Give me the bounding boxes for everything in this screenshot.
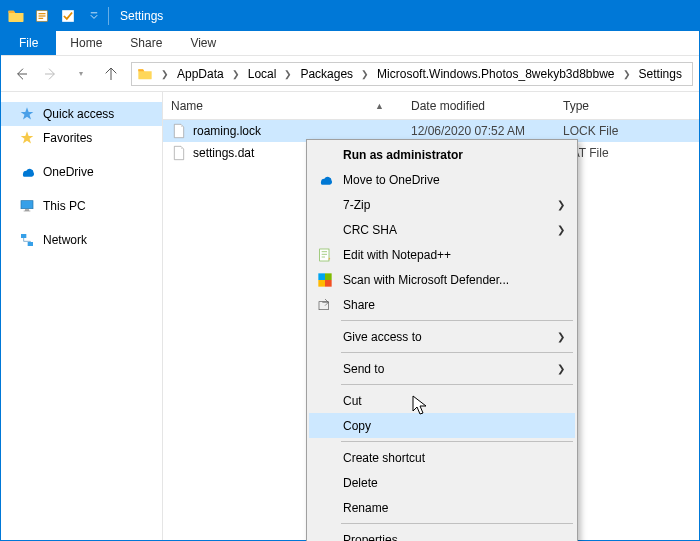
sidebar-item-favorites[interactable]: Favorites — [1, 126, 162, 150]
onedrive-icon — [19, 164, 35, 180]
ctx-label: Move to OneDrive — [343, 173, 440, 187]
ctx-scan-defender[interactable]: Scan with Microsoft Defender... — [309, 267, 575, 292]
ctx-label: 7-Zip — [343, 198, 370, 212]
tab-home[interactable]: Home — [56, 31, 116, 55]
crumb-settings[interactable]: Settings — [634, 63, 687, 85]
chevron-right-icon[interactable]: ❯ — [158, 69, 172, 79]
svg-rect-5 — [21, 201, 33, 209]
ctx-run-as-admin[interactable]: Run as administrator — [309, 142, 575, 167]
context-menu: Run as administrator Move to OneDrive 7-… — [306, 139, 578, 541]
recent-locations-button[interactable]: ▾ — [67, 60, 95, 88]
file-date: 12/06/2020 07:52 AM — [403, 124, 555, 138]
tab-file[interactable]: File — [1, 31, 56, 55]
crumb-local[interactable]: Local — [243, 63, 282, 85]
tab-share[interactable]: Share — [116, 31, 176, 55]
column-label: Name — [171, 99, 203, 113]
ctx-delete[interactable]: Delete — [309, 470, 575, 495]
file-icon — [171, 123, 187, 139]
ctx-label: Rename — [343, 501, 388, 515]
separator — [341, 441, 573, 442]
navbar: ▾ ❯ AppData ❯ Local ❯ Packages ❯ Microso… — [1, 56, 699, 92]
ctx-rename[interactable]: Rename — [309, 495, 575, 520]
sidebar-item-label: OneDrive — [43, 165, 94, 179]
chevron-right-icon: ❯ — [557, 363, 565, 374]
separator — [341, 320, 573, 321]
column-headers: Name ▲ Date modified Type — [163, 92, 699, 120]
breadcrumb[interactable]: ❯ AppData ❯ Local ❯ Packages ❯ Microsoft… — [131, 62, 693, 86]
ctx-label: Give access to — [343, 330, 422, 344]
svg-rect-8 — [21, 234, 26, 238]
column-header-name[interactable]: Name ▲ — [163, 92, 403, 119]
sort-ascending-icon: ▲ — [375, 101, 394, 111]
ctx-label: Share — [343, 298, 375, 312]
column-label: Type — [563, 99, 589, 113]
navigation-pane: Quick access Favorites OneDrive This PC … — [1, 92, 163, 540]
svg-rect-6 — [25, 209, 29, 210]
svg-rect-10 — [320, 249, 329, 261]
chevron-right-icon[interactable]: ❯ — [620, 69, 634, 79]
svg-rect-11 — [319, 301, 328, 309]
ctx-label: Create shortcut — [343, 451, 425, 465]
sidebar-item-label: Favorites — [43, 131, 92, 145]
notepad-icon — [317, 247, 333, 263]
crumb-appdata[interactable]: AppData — [172, 63, 229, 85]
sidebar-item-label: This PC — [43, 199, 86, 213]
crumb-packages[interactable]: Packages — [295, 63, 358, 85]
column-header-date[interactable]: Date modified — [403, 92, 555, 119]
column-header-type[interactable]: Type — [555, 92, 699, 119]
sidebar-item-network[interactable]: Network — [1, 228, 162, 252]
separator — [341, 384, 573, 385]
ctx-send-to[interactable]: Send to ❯ — [309, 356, 575, 381]
ctx-give-access[interactable]: Give access to ❯ — [309, 324, 575, 349]
up-button[interactable] — [97, 60, 125, 88]
chevron-right-icon[interactable]: ❯ — [281, 69, 295, 79]
tab-view[interactable]: View — [176, 31, 230, 55]
svg-rect-9 — [28, 242, 33, 246]
file-name: settings.dat — [193, 146, 254, 160]
ctx-label: Run as administrator — [343, 148, 463, 162]
chevron-right-icon: ❯ — [557, 224, 565, 235]
sidebar-item-quick-access[interactable]: Quick access — [1, 102, 162, 126]
checkmark-icon — [57, 5, 79, 27]
qat-properties-btn[interactable] — [31, 5, 53, 27]
ctx-create-shortcut[interactable]: Create shortcut — [309, 445, 575, 470]
qat-dropdown-btn[interactable] — [83, 5, 105, 27]
ctx-cut[interactable]: Cut — [309, 388, 575, 413]
ctx-copy[interactable]: Copy — [309, 413, 575, 438]
folder-icon — [5, 5, 27, 27]
divider — [108, 7, 109, 25]
ctx-label: Copy — [343, 419, 371, 433]
folder-icon — [134, 63, 158, 85]
separator — [341, 523, 573, 524]
ribbon-tabs: File Home Share View — [1, 31, 699, 56]
chevron-right-icon[interactable]: ❯ — [358, 69, 372, 79]
onedrive-icon — [317, 172, 333, 188]
ctx-properties[interactable]: Properties — [309, 527, 575, 541]
quick-access-toolbar — [5, 5, 105, 27]
network-icon — [19, 232, 35, 248]
forward-button[interactable] — [37, 60, 65, 88]
ctx-label: Edit with Notepad++ — [343, 248, 451, 262]
separator — [341, 352, 573, 353]
svg-rect-3 — [39, 18, 44, 19]
ctx-move-onedrive[interactable]: Move to OneDrive — [309, 167, 575, 192]
share-icon — [317, 297, 333, 313]
ctx-edit-notepad[interactable]: Edit with Notepad++ — [309, 242, 575, 267]
file-icon — [171, 145, 187, 161]
ctx-crc-sha[interactable]: CRC SHA ❯ — [309, 217, 575, 242]
window-title: Settings — [120, 9, 163, 23]
file-type: LOCK File — [555, 124, 699, 138]
ctx-label: CRC SHA — [343, 223, 397, 237]
crumb-package-name[interactable]: Microsoft.Windows.Photos_8wekyb3d8bbwe — [372, 63, 619, 85]
svg-rect-7 — [24, 211, 31, 212]
sidebar-item-this-pc[interactable]: This PC — [1, 194, 162, 218]
chevron-right-icon[interactable]: ❯ — [229, 69, 243, 79]
chevron-right-icon: ❯ — [557, 331, 565, 342]
sidebar-item-label: Quick access — [43, 107, 114, 121]
back-button[interactable] — [7, 60, 35, 88]
ctx-share[interactable]: Share — [309, 292, 575, 317]
ctx-label: Send to — [343, 362, 384, 376]
sidebar-item-onedrive[interactable]: OneDrive — [1, 160, 162, 184]
svg-rect-1 — [39, 13, 46, 14]
ctx-7zip[interactable]: 7-Zip ❯ — [309, 192, 575, 217]
